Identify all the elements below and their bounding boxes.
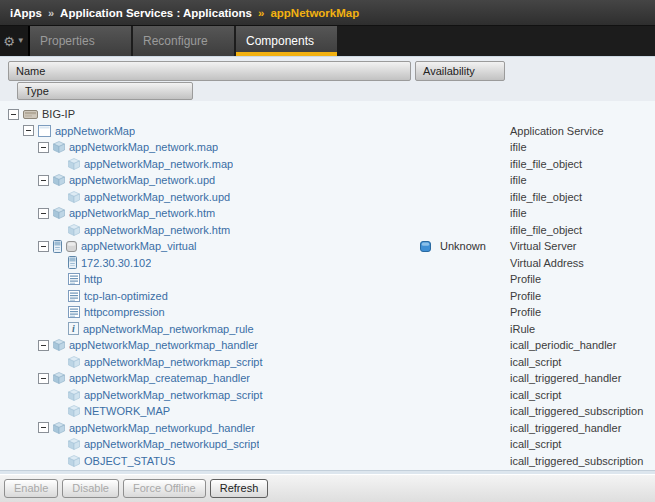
tree-node-label[interactable]: appNetworkMap_network.upd xyxy=(84,191,230,203)
component-type-text: Profile xyxy=(510,271,541,288)
tree-node-label[interactable]: appNetworkMap_networkupd_script xyxy=(84,438,259,450)
collapse-expander-icon[interactable] xyxy=(38,241,49,252)
tree-row: 172.30.30.102Virtual Address xyxy=(0,255,655,272)
component-type-text: icall_triggered_handler xyxy=(510,420,621,437)
tree-node-label[interactable]: http xyxy=(84,273,102,285)
collapse-expander-icon[interactable] xyxy=(38,208,49,219)
tree-node-label[interactable]: appNetworkMap_networkmap_handler xyxy=(69,339,258,351)
cube-icon xyxy=(53,174,65,186)
tree-node-label[interactable]: tcp-lan-optimized xyxy=(84,290,168,302)
breadcrumb-section[interactable]: Application Services : Applications xyxy=(60,7,252,19)
tree-row: appNetworkMap_network.updifile_file_obje… xyxy=(0,189,655,206)
footer-toolbar: Enable Disable Force Offline Refresh xyxy=(0,474,655,502)
tab-properties[interactable]: Properties xyxy=(30,26,131,56)
collapse-expander-icon[interactable] xyxy=(38,142,49,153)
cube-light-icon xyxy=(68,438,80,450)
status-gray-icon xyxy=(66,241,77,252)
component-type-text: ifile xyxy=(510,139,527,156)
collapse-expander-icon[interactable] xyxy=(38,373,49,384)
breadcrumb-separator: » xyxy=(258,7,264,19)
tree-row: appNetworkMap_networkmap_scripticall_scr… xyxy=(0,387,655,404)
tab-components[interactable]: Components xyxy=(236,26,337,56)
tree-node-label[interactable]: appNetworkMap_networkmap_script xyxy=(84,389,263,401)
tree-row: appNetworkMapApplication Service xyxy=(0,123,655,140)
list-header-zone: Name Availability Type xyxy=(0,56,655,101)
tree-node-label[interactable]: appNetworkMap_network.map xyxy=(69,141,218,153)
cube-icon xyxy=(53,422,65,434)
column-header-availability[interactable]: Availability xyxy=(415,61,505,81)
component-type-text: ifile_file_object xyxy=(510,189,582,206)
tree-row: appNetworkMap_networkmap_scripticall_scr… xyxy=(0,354,655,371)
cube-light-icon xyxy=(68,158,80,170)
column-header-type[interactable]: Type xyxy=(17,82,193,100)
profile-icon xyxy=(68,273,80,285)
component-type-text: Application Service xyxy=(510,123,604,140)
tree-node-label[interactable]: appNetworkMap_createmap_handler xyxy=(69,372,250,384)
tree-row: OBJECT_STATUSicall_triggered_subscriptio… xyxy=(0,453,655,470)
component-type-text: ifile_file_object xyxy=(510,222,582,239)
tree-node-label[interactable]: NETWORK_MAP xyxy=(84,405,170,417)
cube-icon xyxy=(53,339,65,351)
collapse-expander-icon[interactable] xyxy=(38,175,49,186)
collapse-expander-icon[interactable] xyxy=(8,109,19,120)
tree-row: appNetworkMap_network.htmifile_file_obje… xyxy=(0,222,655,239)
status-blue-icon xyxy=(420,241,431,252)
component-type-text: Virtual Address xyxy=(510,255,584,272)
component-type-text: icall_script xyxy=(510,354,561,371)
tree-node-label[interactable]: appNetworkMap_virtual xyxy=(81,240,197,252)
breadcrumb: iApps » Application Services : Applicati… xyxy=(0,0,655,26)
tree-node-label[interactable]: OBJECT_STATUS xyxy=(84,455,175,467)
server-icon xyxy=(68,256,77,269)
tree-row: appNetworkMap_createmap_handlericall_tri… xyxy=(0,370,655,387)
component-type-text: ifile xyxy=(510,172,527,189)
collapse-expander-icon[interactable] xyxy=(23,125,34,136)
tree-row: iappNetworkMap_networkmap_ruleiRule xyxy=(0,321,655,338)
collapse-expander-icon[interactable] xyxy=(38,340,49,351)
svg-text:i: i xyxy=(72,323,75,334)
options-menu-button[interactable]: ⚙ ▼ xyxy=(0,26,30,56)
tree-node-label[interactable]: httpcompression xyxy=(84,306,165,318)
tree-node-label[interactable]: appNetworkMap_networkmap_script xyxy=(84,356,263,368)
component-type-text: iRule xyxy=(510,321,535,338)
tab-reconfigure[interactable]: Reconfigure xyxy=(133,26,234,56)
disable-button[interactable]: Disable xyxy=(62,479,119,498)
irule-icon: i xyxy=(68,322,79,335)
component-type-text: Virtual Server xyxy=(510,238,576,255)
tree-row: appNetworkMap_virtualUnknownVirtual Serv… xyxy=(0,238,655,255)
cube-light-icon xyxy=(68,455,80,467)
force-offline-button[interactable]: Force Offline xyxy=(123,479,206,498)
tree-node-label[interactable]: appNetworkMap xyxy=(55,125,135,137)
enable-button[interactable]: Enable xyxy=(4,479,58,498)
collapse-expander-icon[interactable] xyxy=(38,422,49,433)
cube-light-icon xyxy=(68,356,80,368)
app-window-icon xyxy=(38,125,51,137)
component-type-text: icall_triggered_handler xyxy=(510,370,621,387)
tree-node-label[interactable]: appNetworkMap_networkupd_handler xyxy=(69,422,255,434)
column-header-name[interactable]: Name xyxy=(8,61,411,81)
refresh-button[interactable]: Refresh xyxy=(210,479,269,498)
tree-node-label[interactable]: appNetworkMap_network.htm xyxy=(69,207,215,219)
tree-node-label[interactable]: appNetworkMap_network.upd xyxy=(69,174,215,186)
tree-row: appNetworkMap_networkupd_scripticall_scr… xyxy=(0,436,655,453)
tree-row: appNetworkMap_network.mapifile xyxy=(0,139,655,156)
tree-row: appNetworkMap_network.updifile xyxy=(0,172,655,189)
server-icon xyxy=(53,240,62,253)
tree-row: appNetworkMap_networkupd_handlericall_tr… xyxy=(0,420,655,437)
cube-icon xyxy=(53,141,65,153)
component-type-text: ifile_file_object xyxy=(510,156,582,173)
component-type-text: icall_triggered_subscription xyxy=(510,403,643,420)
tree-node-label[interactable]: appNetworkMap_network.htm xyxy=(84,224,230,236)
components-tree: BIG-IPappNetworkMapApplication Serviceap… xyxy=(0,101,655,470)
tree-row: httpcompressionProfile xyxy=(0,304,655,321)
application-window: iApps » Application Services : Applicati… xyxy=(0,0,655,502)
tree-node-label[interactable]: appNetworkMap_networkmap_rule xyxy=(83,323,254,335)
breadcrumb-separator: » xyxy=(48,7,54,19)
tree-node-label[interactable]: appNetworkMap_network.map xyxy=(84,158,233,170)
cube-icon xyxy=(53,207,65,219)
breadcrumb-root[interactable]: iApps xyxy=(10,7,42,19)
tree-row: appNetworkMap_networkmap_handlericall_pe… xyxy=(0,337,655,354)
cube-light-icon xyxy=(68,224,80,236)
tree-node-label[interactable]: 172.30.30.102 xyxy=(81,257,151,269)
tree-row: BIG-IP xyxy=(0,106,655,123)
component-type-text: icall_periodic_handler xyxy=(510,337,616,354)
